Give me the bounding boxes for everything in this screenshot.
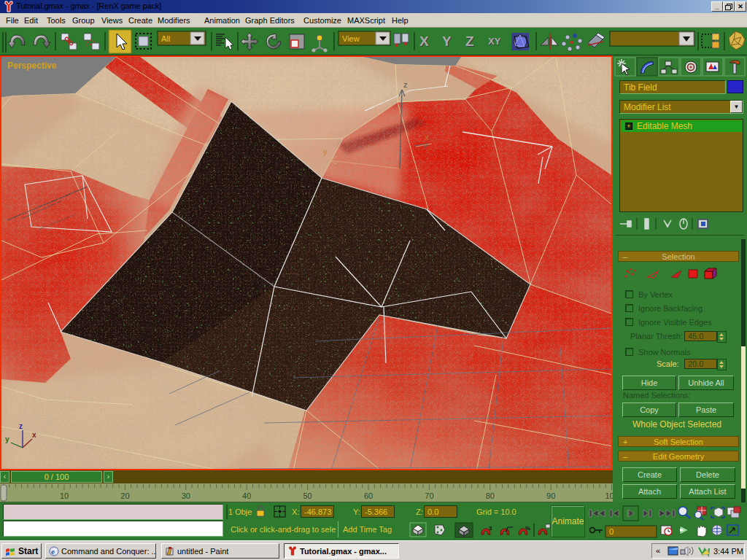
svg-text:View: View — [342, 34, 360, 43]
svg-text:%: % — [525, 525, 530, 532]
svg-text:XY: XY — [488, 36, 501, 47]
svg-text:30: 30 — [182, 491, 190, 500]
svg-text:Z: Z — [465, 34, 474, 49]
svg-text:y: y — [323, 147, 328, 156]
svg-text:3: 3 — [489, 525, 492, 532]
svg-text:90: 90 — [546, 491, 555, 500]
svg-text:Perspective: Perspective — [7, 61, 57, 71]
svg-text:70: 70 — [425, 491, 433, 500]
svg-text:50: 50 — [303, 491, 311, 500]
svg-text:Y: Y — [442, 34, 452, 49]
svg-text:e: e — [51, 547, 55, 556]
svg-text:0: 0 — [609, 527, 614, 536]
svg-text:All: All — [161, 34, 170, 43]
svg-text:x: x — [425, 133, 429, 141]
svg-text:60: 60 — [364, 491, 373, 500]
svg-text:y: y — [5, 435, 9, 443]
svg-text:80: 80 — [486, 491, 495, 500]
svg-text:z: z — [19, 422, 23, 430]
svg-text:40: 40 — [242, 491, 251, 500]
svg-text:10: 10 — [60, 491, 69, 500]
svg-text:x: x — [32, 431, 36, 439]
svg-text:20: 20 — [120, 491, 129, 500]
svg-text:100: 100 — [605, 491, 613, 500]
svg-text:X: X — [419, 34, 429, 49]
svg-text:z: z — [403, 80, 408, 89]
